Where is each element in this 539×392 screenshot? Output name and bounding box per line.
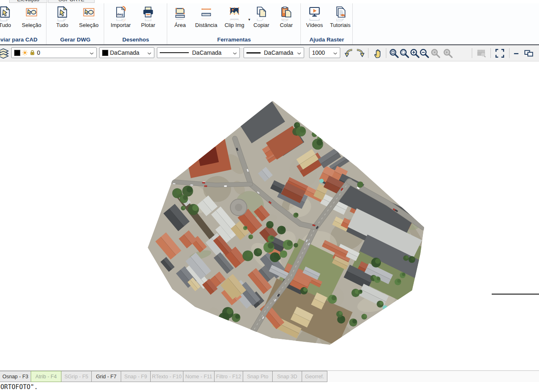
ribbon-group-label-desenhos: Desenhos [104, 37, 167, 43]
chevron-down-icon[interactable] [333, 49, 337, 56]
chevron-down-icon[interactable] [90, 49, 94, 56]
import-dwg-icon-reflection: dwg [114, 19, 127, 22]
ribbon-button-label: Copiar [254, 22, 269, 28]
ribbon: TudoSeleçãoEnviar para CADTudoSeleçãoGer… [0, 3, 539, 45]
zoom-next-button[interactable] [441, 47, 454, 59]
videos-icon-reflection [308, 19, 321, 22]
ribbon-button-label: Vídeos [306, 22, 323, 28]
ribbon-button-copiar[interactable]: Copiar [249, 5, 274, 28]
ribbon-group-label-ferramentas: Ferramentas [167, 37, 301, 43]
color-swatch [102, 50, 108, 56]
orthophoto-image[interactable] [0, 61, 539, 370]
svg-text:dwg: dwg [117, 12, 123, 16]
ribbon-button-tutoriais[interactable]: Tutoriais [327, 5, 353, 28]
printer-icon-reflection [141, 19, 155, 22]
zoom-out-button[interactable] [418, 47, 430, 59]
send-all-icon-reflection [56, 19, 69, 22]
ribbon-button-distancia[interactable]: Distância [193, 5, 220, 28]
tutorials-icon-reflection [334, 19, 347, 22]
ribbon-button-label: Colar [280, 22, 293, 28]
ribbon-group-gerar-dwg: TudoSeleçãoGerar DWG [46, 3, 104, 44]
ribbon-button-enviar-tudo[interactable]: Tudo [0, 5, 17, 28]
combo-value: 0 [37, 49, 88, 56]
ribbon-button-videos[interactable]: Vídeos [303, 5, 326, 28]
line-entity[interactable] [492, 294, 539, 295]
distance-ruler-icon-reflection [200, 19, 213, 22]
sgrip-toggle[interactable]: SGrip - F5 [61, 371, 92, 382]
snap-pto-toggle[interactable]: Snap Pto [243, 371, 273, 382]
ribbon-button-label: Distância [195, 22, 217, 28]
ribbon-button-clip-img[interactable]: Clip Img▾ [222, 5, 247, 28]
ribbon-button-label: Seleção [22, 22, 41, 28]
ribbon-button-enviar-selecao[interactable]: Seleção [18, 5, 45, 28]
grid-toggle[interactable]: Grid - F7 [91, 371, 121, 382]
snap-3d-toggle[interactable]: Snap 3D [272, 371, 302, 382]
area-ruler-icon-reflection [173, 19, 187, 22]
rtexto-toggle[interactable]: RTexto - F10 [150, 371, 183, 382]
tutorials-icon [334, 5, 347, 19]
chevron-down-icon[interactable] [233, 49, 237, 56]
nome-toggle[interactable]: Nome - F11 [183, 371, 215, 382]
ribbon-button-label: Clip Img [224, 22, 244, 28]
chevron-down-icon[interactable] [147, 49, 151, 56]
ribbon-button-plotar[interactable]: Plotar [136, 5, 160, 28]
ribbon-group-ajuda-raster: VídeosTutoriaisAjuda Raster [301, 3, 353, 44]
send-all-icon-reflection [0, 19, 12, 22]
application-window: ElevaçãoSUPORTE TudoSeleçãoEnviar para C… [0, 0, 539, 392]
snap-toggle[interactable]: Snap - F9 [121, 371, 151, 382]
ribbon-button-gerar-tudo[interactable]: Tudo [51, 5, 74, 28]
sun-icon[interactable] [22, 50, 28, 56]
toolbar-separator [472, 48, 472, 58]
drawing-canvas[interactable] [0, 61, 539, 370]
layer-combo[interactable]: 0 [11, 47, 97, 58]
georref-toggle[interactable]: Georref. [302, 371, 327, 382]
layers-icon[interactable] [0, 47, 10, 59]
pan-button[interactable] [372, 47, 384, 59]
ribbon-button-gerar-selecao[interactable]: Seleção [76, 5, 102, 28]
cascade-windows-button[interactable] [522, 47, 535, 59]
linetype-combo[interactable]: DaCamada [157, 47, 240, 58]
command-line: ORTOFOTO". [0, 382, 539, 392]
image-frame-button[interactable] [475, 47, 488, 59]
osnap-toggle[interactable]: Osnap - F3 [0, 371, 31, 382]
tab-eleva-o[interactable]: Elevação [9, 0, 47, 3]
redo-button[interactable] [354, 47, 366, 59]
printer-icon [141, 5, 155, 19]
distance-ruler-icon [200, 5, 213, 19]
ribbon-button-label: Área [174, 22, 185, 28]
lock-icon[interactable] [29, 50, 35, 56]
ribbon-group-label-gerar-dwg: Gerar DWG [46, 37, 104, 43]
ribbon-group-enviar-para-cad: TudoSeleçãoEnviar para CAD [0, 3, 46, 44]
fullscreen-button[interactable] [493, 47, 506, 59]
ribbon-button-label: Tutoriais [330, 22, 350, 28]
status-bar: Osnap - F3Atrib - F4SGrip - F5Grid - F7S… [0, 370, 539, 382]
combo-value: DaCamada [110, 49, 146, 56]
paste-icon [280, 5, 293, 19]
send-selection-icon-reflection [25, 19, 38, 22]
clip-image-icon-reflection [228, 19, 241, 22]
properties-toolbar: 0DaCamadaDaCamadaDaCamada1000 [0, 45, 539, 61]
area-ruler-icon [173, 5, 187, 19]
send-all-icon [0, 5, 12, 19]
ribbon-button-label: Tudo [0, 22, 11, 28]
color-swatch [14, 50, 20, 56]
combo-value: DaCamada [264, 49, 295, 56]
chevron-down-icon[interactable] [297, 49, 301, 56]
ribbon-button-importar[interactable]: dwgdwgImportar [107, 5, 134, 28]
scale-combo[interactable]: 1000 [309, 47, 340, 58]
combo-value: 1000 [312, 49, 332, 56]
ribbon-button-label: Tudo [56, 22, 68, 28]
ribbon-button-label: Plotar [141, 22, 155, 28]
ribbon-button-colar[interactable]: Colar [276, 5, 297, 28]
lineweight-combo[interactable]: DaCamada [244, 47, 304, 58]
atrib-toggle[interactable]: Atrib - F4 [31, 371, 61, 382]
minimize-button[interactable] [511, 47, 523, 59]
filtro-toggle[interactable]: Filtro - F12 [214, 371, 243, 382]
ribbon-button-area[interactable]: Área [169, 5, 191, 28]
zoom-previous-button[interactable] [429, 47, 441, 59]
toolbar-separator [490, 48, 491, 58]
color-combo[interactable]: DaCamada [99, 47, 154, 58]
tab-suporte[interactable]: SUPORTE [48, 0, 95, 3]
import-dwg-icon: dwg [114, 5, 127, 19]
command-line-text: ORTOFOTO". [0, 383, 38, 391]
